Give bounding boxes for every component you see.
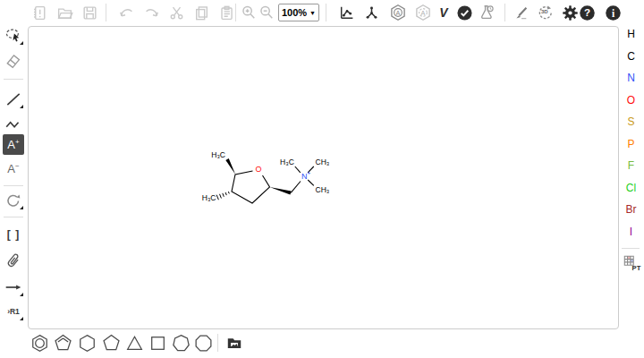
cut-scissors-icon xyxy=(168,4,185,21)
save-button[interactable] xyxy=(80,3,99,22)
zoom-level-dropdown[interactable]: 100% ▼ xyxy=(278,4,319,21)
atom-button-F[interactable]: F xyxy=(622,157,640,175)
toolbar-separator xyxy=(504,4,505,21)
layout-button[interactable] xyxy=(336,3,356,22)
zoom-level-value: 100% xyxy=(282,7,307,18)
atom-button-S[interactable]: S xyxy=(622,113,640,131)
rgroup-button[interactable]: ›R1 xyxy=(3,301,24,321)
methyl-label: H₃C xyxy=(202,193,216,202)
atom-button-O[interactable]: O xyxy=(622,91,640,109)
ring-bonds xyxy=(232,171,270,203)
zoom-out-button[interactable] xyxy=(257,3,276,22)
atom-labels: O H₃C H₃C H₃C CH₃ CH₃ N+ xyxy=(202,150,330,203)
charge-minus-button[interactable]: A− xyxy=(3,158,24,179)
undo-button[interactable] xyxy=(116,3,136,22)
paste-button[interactable] xyxy=(216,3,236,22)
single-bond-button[interactable] xyxy=(3,89,24,109)
aromatize-button[interactable]: A xyxy=(388,3,408,22)
copy-button[interactable] xyxy=(191,3,211,22)
attach-data-button[interactable] xyxy=(3,250,24,270)
charge-plus-button[interactable]: A+ xyxy=(3,134,24,155)
check-structure-button[interactable] xyxy=(454,3,474,22)
lasso-selection-button[interactable] xyxy=(3,25,24,46)
chemical-editor-window: 100% ▼ xyxy=(0,0,644,358)
rgroup-icon: ›R1 xyxy=(7,307,20,316)
about-button[interactable]: i xyxy=(603,3,623,22)
dearomatize-icon: A xyxy=(414,4,432,21)
methyl-label: CH₃ xyxy=(316,185,330,194)
toolbar-separator xyxy=(622,248,640,249)
template-cyclohexane-button[interactable] xyxy=(75,331,98,354)
3d-viewer-button[interactable]: 3D xyxy=(536,3,555,22)
cyclobutane-icon xyxy=(148,333,168,354)
cyclopentadiene-icon xyxy=(53,333,73,354)
template-cyclopentane-button[interactable] xyxy=(99,331,123,354)
toolbar-separator xyxy=(4,79,23,80)
top-toolbar: 100% ▼ xyxy=(0,0,644,26)
calculated-values-button[interactable] xyxy=(477,3,496,22)
charge-plus-icon: A+ xyxy=(7,139,19,150)
atom-toolbar: H C N O S P F Cl Br I PT xyxy=(618,26,644,329)
new-document-button[interactable] xyxy=(30,3,49,22)
benzene-icon xyxy=(30,333,50,354)
template-library-button[interactable] xyxy=(224,332,245,354)
check-structure-icon xyxy=(456,4,473,21)
reaction-arrow-button[interactable] xyxy=(3,277,24,297)
copy-icon xyxy=(193,4,210,21)
template-cyclopropane-button[interactable] xyxy=(123,331,146,354)
dropdown-corner-icon xyxy=(20,317,23,320)
erase-button[interactable] xyxy=(3,50,24,71)
redo-button[interactable] xyxy=(141,3,161,22)
3d-viewer-label: 3D xyxy=(541,9,548,14)
cut-button[interactable] xyxy=(166,3,186,22)
template-cyclobutane-button[interactable] xyxy=(146,331,169,354)
rotate-button[interactable] xyxy=(3,190,24,210)
atom-button-Cl[interactable]: Cl xyxy=(622,179,640,197)
recognize-molecule-button[interactable] xyxy=(511,3,530,22)
methyl-label: H₃C xyxy=(280,158,294,166)
atom-button-I[interactable]: I xyxy=(622,223,640,241)
molecule-structure[interactable]: O H₃C H₃C H₃C CH₃ CH₃ N+ xyxy=(196,143,344,211)
chain-button[interactable] xyxy=(3,114,24,134)
clean-up-button[interactable] xyxy=(361,3,381,22)
calculate-cip-button[interactable]: V xyxy=(436,3,452,22)
svg-text:PT: PT xyxy=(632,264,641,272)
periodic-table-button[interactable]: PT xyxy=(622,253,641,273)
template-cyclooctane-button[interactable] xyxy=(191,331,215,354)
aromatize-icon: A xyxy=(389,4,407,21)
template-benzene-button[interactable] xyxy=(28,331,51,354)
svg-text:A: A xyxy=(396,9,401,17)
svg-text:A: A xyxy=(421,9,426,17)
template-cyclopentadiene-button[interactable] xyxy=(51,331,74,354)
zoom-in-icon xyxy=(241,4,258,21)
undo-icon xyxy=(118,4,135,21)
about-info-icon: i xyxy=(605,4,622,21)
sgroup-button[interactable]: [ ] xyxy=(3,224,24,244)
toolbar-separator xyxy=(235,4,236,21)
nitrogen-label: N+ xyxy=(301,170,311,181)
cip-icon: V xyxy=(439,5,447,20)
atom-button-Br[interactable]: Br xyxy=(622,200,640,218)
toolbar-separator xyxy=(326,4,326,21)
template-cycloheptane-button[interactable] xyxy=(169,331,192,354)
sgroup-brackets-icon: [ ] xyxy=(7,228,20,241)
new-document-icon xyxy=(31,4,48,21)
atom-button-C[interactable]: C xyxy=(622,47,640,65)
atom-button-H[interactable]: H xyxy=(622,25,640,43)
help-button[interactable]: ? xyxy=(577,3,597,22)
open-button[interactable] xyxy=(55,3,74,22)
settings-gear-icon xyxy=(562,4,579,21)
dearomatize-button[interactable]: A xyxy=(413,3,433,22)
atom-button-N[interactable]: N xyxy=(622,69,640,87)
toolbar-separator xyxy=(217,334,218,352)
redo-icon xyxy=(143,4,160,21)
methyl-label: CH₃ xyxy=(316,158,330,166)
drawing-canvas[interactable]: O H₃C H₃C H₃C CH₃ CH₃ N+ xyxy=(28,26,619,329)
atom-button-P[interactable]: P xyxy=(622,135,640,153)
dropdown-corner-icon xyxy=(20,206,23,209)
clean-up-icon xyxy=(363,4,380,21)
recognize-pen-icon xyxy=(513,4,530,21)
zoom-in-button[interactable] xyxy=(239,3,258,22)
template-toolbar xyxy=(0,328,644,358)
cyclopropane-icon xyxy=(124,333,145,354)
